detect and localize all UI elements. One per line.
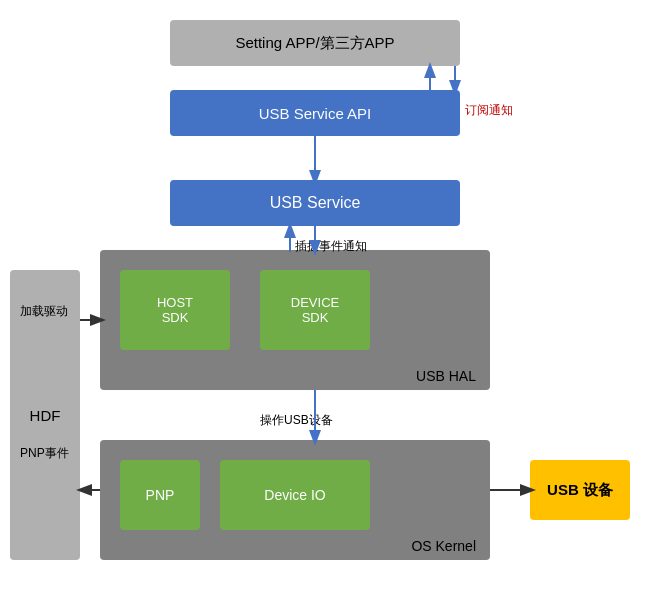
usb-api-box: USB Service API (170, 90, 460, 136)
pnp-label: PNP (146, 487, 175, 503)
os-kernel-label: OS Kernel (411, 538, 476, 554)
load-driver-label: 加载驱动 (20, 303, 68, 320)
pnp-event-label: PNP事件 (20, 445, 69, 462)
setting-app-box: Setting APP/第三方APP (170, 20, 460, 66)
usb-device-box: USB 设备 (530, 460, 630, 520)
usb-service-box: USB Service (170, 180, 460, 226)
usb-service-label: USB Service (270, 194, 361, 212)
operate-usb-label: 操作USB设备 (260, 412, 333, 429)
device-io-box: Device IO (220, 460, 370, 530)
usb-api-label: USB Service API (259, 105, 372, 122)
usb-hal-box: HOSTSDK DEVICESDK USB HAL (100, 250, 490, 390)
os-kernel-box: PNP Device IO OS Kernel (100, 440, 490, 560)
device-sdk-box: DEVICESDK (260, 270, 370, 350)
usb-hal-label: USB HAL (416, 368, 476, 384)
device-io-label: Device IO (264, 487, 325, 503)
device-sdk-label: DEVICESDK (291, 295, 339, 325)
hdf-label: HDF (30, 407, 61, 424)
usb-device-label: USB 设备 (547, 481, 613, 500)
plug-event-label: 插拔事件通知 (295, 238, 367, 255)
pnp-box: PNP (120, 460, 200, 530)
host-sdk-box: HOSTSDK (120, 270, 230, 350)
architecture-diagram: Setting APP/第三方APP USB Service API USB S… (0, 0, 658, 609)
host-sdk-label: HOSTSDK (157, 295, 193, 325)
subscribe-label: 订阅通知 (465, 102, 513, 119)
setting-app-label: Setting APP/第三方APP (235, 34, 394, 53)
